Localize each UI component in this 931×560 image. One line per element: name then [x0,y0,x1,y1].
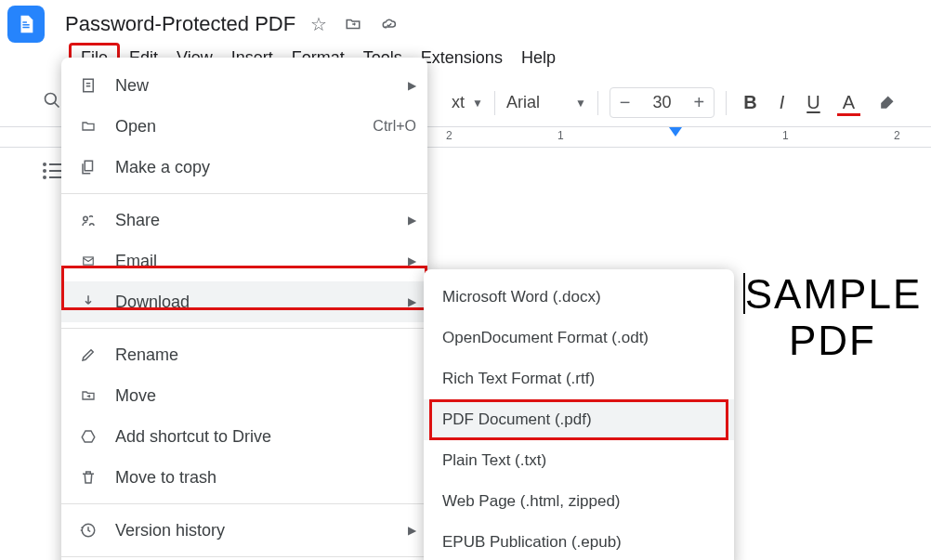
menu-rename[interactable]: Rename [61,334,427,375]
rename-icon [78,346,98,363]
search-icon[interactable] [43,91,61,114]
download-rtf[interactable]: Rich Text Format (.rtf) [424,358,734,399]
document-text-line: SAMPLE [734,271,931,318]
menu-help[interactable]: Help [512,43,565,73]
font-size-stepper[interactable]: − 30 + [610,87,715,118]
menu-version-history[interactable]: Version history▶ [61,510,427,551]
menu-share[interactable]: Share▶ [61,200,427,241]
download-pdf[interactable]: PDF Document (.pdf) [424,399,734,440]
copy-icon [78,159,98,176]
font-family-select[interactable]: Arial▼ [506,93,586,112]
menu-make-copy[interactable]: Make a copy [61,147,427,188]
star-icon[interactable]: ☆ [310,13,327,35]
trash-icon [78,469,98,486]
menu-new[interactable]: New▶ [61,65,427,106]
download-docx[interactable]: Microsoft Word (.docx) [424,277,734,318]
document-canvas[interactable]: SAMPLE PDF [734,160,931,560]
move-icon [78,388,98,403]
download-html[interactable]: Web Page (.html, zipped) [424,481,734,522]
bold-button[interactable]: B [738,90,762,115]
file-menu-dropdown: New▶ OpenCtrl+O Make a copy Share▶ Email… [61,58,427,560]
move-folder-icon[interactable] [343,16,363,33]
folder-icon [78,119,98,134]
cloud-status-icon[interactable] [378,16,400,33]
share-icon [78,212,98,228]
menu-open[interactable]: OpenCtrl+O [61,106,427,147]
underline-button[interactable]: U [801,90,825,115]
ruler-tick: 2 [446,129,452,142]
menu-add-shortcut[interactable]: Add shortcut to Drive [61,416,427,457]
svg-point-9 [84,216,88,221]
svg-rect-2 [49,163,62,165]
ruler-tick: 1 [557,129,564,142]
menu-email[interactable]: Email▶ [61,241,427,281]
svg-point-5 [43,176,46,179]
highlight-button[interactable] [872,92,901,114]
font-size-decrease[interactable]: − [610,88,640,117]
font-size-value[interactable]: 30 [640,89,685,116]
document-text-line: PDF [734,318,931,364]
italic-button[interactable]: I [774,90,791,115]
svg-point-1 [43,163,46,166]
svg-point-0 [46,94,57,105]
email-icon [78,254,98,267]
title-icons: ☆ [305,13,406,35]
history-icon [78,522,98,539]
font-size-increase[interactable]: + [685,88,715,117]
new-doc-icon [78,77,98,94]
menu-move-trash[interactable]: Move to trash [61,457,427,498]
paragraph-style-select[interactable]: xt▼ [452,93,483,112]
download-icon [78,293,98,310]
titlebar: Password-Protected PDF ☆ [0,0,931,43]
ruler-tick: 2 [894,129,900,142]
drive-shortcut-icon [78,428,98,445]
menu-download[interactable]: Download▶ [61,281,427,322]
ruler-indent-marker[interactable] [669,127,682,137]
svg-rect-8 [85,161,92,171]
document-title[interactable]: Password-Protected PDF [61,10,299,38]
download-epub[interactable]: EPUB Publication (.epub) [424,522,734,560]
docs-logo-icon[interactable] [7,6,45,43]
svg-point-3 [43,169,46,173]
download-submenu: Microsoft Word (.docx) OpenDocument Form… [424,269,734,560]
download-txt[interactable]: Plain Text (.txt) [424,440,734,481]
menu-move[interactable]: Move [61,375,427,416]
svg-rect-6 [49,176,62,178]
download-odt[interactable]: OpenDocument Format (.odt) [424,318,734,358]
ruler-tick: 1 [782,129,789,142]
svg-rect-4 [49,170,62,172]
text-color-button[interactable]: A [837,90,860,116]
